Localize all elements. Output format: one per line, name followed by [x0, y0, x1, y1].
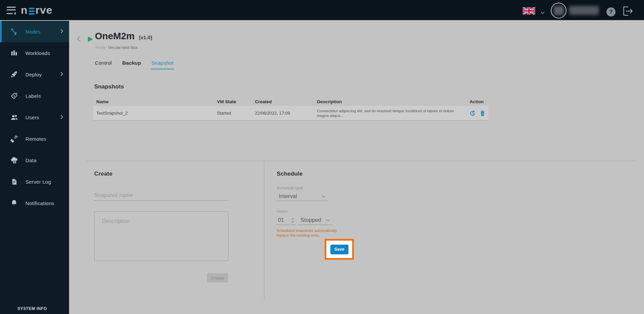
- hours-stepper[interactable]: [291, 218, 294, 223]
- sidebar: Nodes Workloads Deploy: [0, 21, 69, 314]
- chevron-right-icon: [60, 29, 63, 35]
- column-header-action: Action: [467, 99, 488, 104]
- tab-bar: Control Backup Snapshot: [94, 60, 174, 69]
- schedule-type-value: Interval: [279, 193, 297, 199]
- vm-state-cell: Started: [214, 111, 252, 116]
- help-icon[interactable]: ?: [606, 7, 615, 16]
- node-label: Node:: [95, 45, 107, 50]
- remotes-icon: [10, 135, 18, 143]
- column-header-description: Description: [314, 99, 467, 104]
- back-chevron-icon[interactable]: [76, 36, 81, 44]
- sidebar-item-label: Data: [25, 158, 37, 163]
- logo-text: rve: [36, 4, 53, 16]
- vertical-divider: [264, 161, 264, 299]
- chevron-right-icon: [60, 72, 63, 77]
- workload-version: [v1.0]: [139, 35, 152, 40]
- schedule-state-value: Stopped: [301, 217, 321, 223]
- annotation-highlight-box: Save: [325, 239, 354, 260]
- sidebar-item-nodes[interactable]: Nodes: [0, 21, 69, 42]
- logout-icon[interactable]: [623, 6, 634, 17]
- column-header-name: Name: [93, 99, 214, 104]
- sidebar-item-label: Notifications: [25, 200, 54, 206]
- horizontal-divider: [87, 161, 636, 161]
- sidebar-item-label: Workloads: [25, 50, 50, 56]
- node-name: Vecow-test-box: [108, 45, 138, 50]
- delete-icon[interactable]: [480, 110, 485, 116]
- sidebar-item-label: Deploy: [25, 72, 42, 77]
- sidebar-item-labels[interactable]: Labels: [0, 85, 69, 107]
- stepper-up-icon: [291, 218, 294, 220]
- sidebar-item-label: Nodes: [25, 29, 41, 35]
- chevron-down-icon: [326, 219, 330, 222]
- avatar-redacted: [554, 6, 564, 15]
- sidebar-item-server-log[interactable]: Server Log: [0, 171, 69, 192]
- menu-toggle-icon[interactable]: [7, 7, 17, 14]
- username-redacted: [569, 6, 599, 15]
- sidebar-item-notifications[interactable]: Notifications: [0, 192, 69, 214]
- menu-bar: [7, 13, 13, 14]
- sidebar-item-label: Server Log: [25, 179, 51, 185]
- sidebar-item-remotes[interactable]: Remotes: [0, 128, 69, 149]
- tab-control[interactable]: Control: [94, 60, 112, 69]
- sidebar-item-label: Labels: [25, 93, 41, 99]
- deploy-icon: [10, 70, 18, 78]
- save-button[interactable]: Save: [330, 245, 348, 254]
- nerve-logo: n rve: [21, 4, 53, 16]
- users-icon: [10, 113, 18, 121]
- hours-field: [276, 216, 296, 225]
- menu-collapse-arrow: [14, 12, 16, 15]
- uk-flag-icon[interactable]: [523, 7, 535, 15]
- schedule-type-label: Schedule type: [277, 186, 303, 190]
- hours-label: Hours: [277, 209, 288, 214]
- sidebar-item-users[interactable]: Users: [0, 107, 69, 128]
- labels-icon: [10, 92, 18, 100]
- nodes-icon: [10, 27, 18, 36]
- status-started-play-icon: [88, 37, 93, 42]
- language-chevron-down-icon[interactable]: [541, 9, 545, 15]
- sidebar-item-label: Remotes: [25, 136, 46, 142]
- node-subtitle: Node:Vecow-test-box: [95, 45, 138, 50]
- workloads-icon: [10, 49, 18, 57]
- actions-cell: [467, 110, 488, 116]
- sidebar-item-data[interactable]: Data: [0, 149, 69, 171]
- schedule-type-select[interactable]: Interval: [276, 192, 328, 201]
- stepper-down-icon: [291, 221, 294, 223]
- snapshots-heading: Snapshots: [94, 83, 124, 90]
- logo-e-bars-icon: [29, 8, 35, 15]
- schedule-warning-text: Scheduled snapshots automatically replac…: [276, 228, 346, 238]
- chevron-down-icon: [322, 195, 326, 198]
- main-content: OneM2m [v1.0] Node:Vecow-test-box Contro…: [69, 21, 644, 314]
- server-log-icon: [10, 178, 18, 186]
- hours-input[interactable]: [278, 217, 287, 223]
- sidebar-item-label: Users: [25, 115, 39, 120]
- top-header: n rve ?: [0, 0, 644, 21]
- sidebar-item-deploy[interactable]: Deploy: [0, 64, 69, 85]
- avatar[interactable]: [551, 3, 567, 18]
- chevron-right-icon: [60, 115, 63, 120]
- description-textarea[interactable]: [94, 211, 228, 261]
- tab-snapshot[interactable]: Snapshot: [151, 60, 174, 69]
- menu-bar: [7, 7, 16, 8]
- create-button[interactable]: Create: [207, 273, 228, 282]
- snapshots-table: Name VM State Created Description Action…: [93, 97, 488, 121]
- table-row: TestSnapshot_2 Started 22/06/2022, 17:09…: [93, 106, 488, 121]
- description-cell: Consectetur adipiscing elit, sed do eius…: [314, 109, 467, 118]
- restore-icon[interactable]: [470, 110, 476, 116]
- snapshot-name-input[interactable]: [94, 190, 228, 201]
- schedule-state-select[interactable]: Stopped: [298, 216, 333, 225]
- system-info-link[interactable]: SYSTEM INFO: [17, 306, 47, 311]
- schedule-heading: Schedule: [277, 171, 303, 177]
- page-title: OneM2m: [95, 31, 135, 42]
- column-header-vm-state: VM State: [214, 99, 252, 104]
- notifications-icon: [10, 199, 18, 207]
- column-header-created: Created: [252, 99, 314, 104]
- data-icon: [10, 156, 18, 164]
- create-heading: Create: [94, 171, 112, 177]
- tab-backup[interactable]: Backup: [121, 60, 142, 69]
- snapshot-name-cell: TestSnapshot_2: [93, 111, 214, 116]
- sidebar-item-workloads[interactable]: Workloads: [0, 42, 69, 64]
- logo-text: n: [21, 4, 28, 16]
- table-header-row: Name VM State Created Description Action: [93, 97, 488, 106]
- menu-bar: [7, 9, 16, 10]
- created-cell: 22/06/2022, 17:09: [252, 111, 314, 116]
